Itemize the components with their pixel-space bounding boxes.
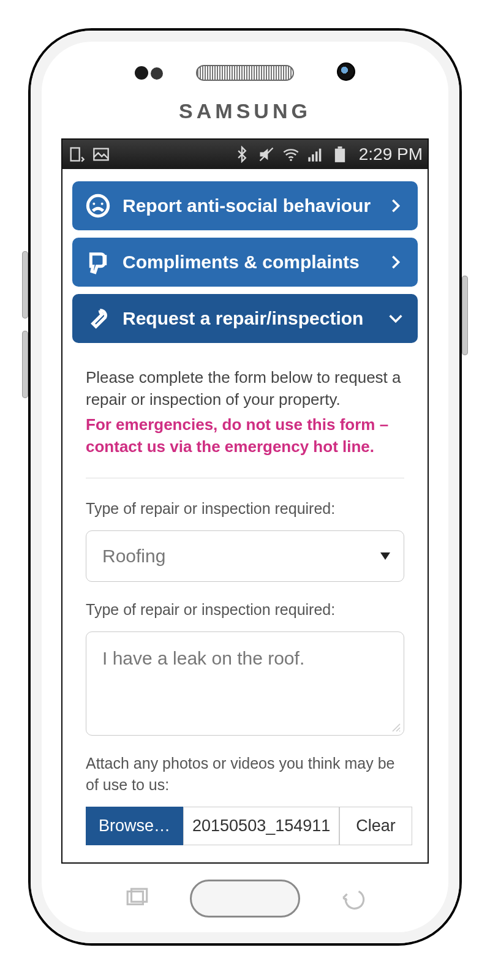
svg-point-12 — [101, 203, 104, 205]
accordion-request-repair[interactable]: Request a repair/inspection — [72, 294, 418, 343]
download-icon — [67, 145, 86, 164]
volume-up-hardware — [22, 251, 28, 318]
svg-point-10 — [88, 195, 108, 216]
repair-form-panel: Please complete the form below to reques… — [70, 350, 420, 845]
frown-icon — [86, 194, 110, 218]
volume-down-hardware — [22, 331, 28, 398]
back-icon — [339, 888, 365, 910]
resize-handle-icon — [391, 723, 401, 733]
wrench-icon — [86, 306, 110, 331]
recent-apps-icon — [125, 888, 151, 910]
bluetooth-icon — [233, 145, 251, 164]
phone-bottom-hardware — [31, 880, 459, 918]
clear-button[interactable]: Clear — [339, 807, 412, 846]
filename-display: 20150503_154911 — [183, 807, 339, 846]
status-time: 2:29 PM — [359, 145, 423, 164]
svg-rect-5 — [312, 154, 314, 162]
accordion-label: Request a repair/inspection — [123, 308, 387, 329]
front-camera — [337, 62, 355, 81]
power-hardware — [462, 276, 468, 355]
svg-rect-6 — [315, 151, 318, 161]
status-bar: 2:29 PM — [62, 140, 428, 169]
accordion-compliments-complaints[interactable]: Compliments & complaints — [72, 238, 418, 287]
chevron-right-icon — [387, 197, 404, 214]
accordion-label: Report anti-social behaviour — [123, 195, 387, 216]
divider — [86, 478, 404, 478]
earpiece-speaker — [196, 65, 294, 81]
screen: 2:29 PM Report anti-social behaviour Com… — [61, 138, 429, 864]
instructions-text: Please complete the form below to reques… — [86, 366, 404, 411]
chevron-down-icon — [387, 310, 404, 327]
description-value: I have a leak on the roof. — [102, 648, 304, 668]
battery-icon — [331, 145, 349, 164]
svg-rect-7 — [319, 149, 322, 162]
brand-logo: SAMSUNG — [31, 99, 459, 123]
svg-rect-8 — [335, 149, 345, 162]
svg-rect-0 — [71, 148, 80, 161]
svg-rect-4 — [308, 157, 311, 162]
svg-point-3 — [290, 159, 292, 162]
signal-icon — [306, 145, 325, 164]
svg-rect-9 — [337, 146, 342, 149]
app-content: Report anti-social behaviour Compliments… — [62, 169, 428, 845]
emergency-warning: For emergencies, do not use this form – … — [86, 413, 404, 458]
home-button-hardware — [190, 880, 300, 918]
proximity-sensors — [135, 66, 163, 82]
attach-label: Attach any photos or videos you think ma… — [86, 753, 404, 796]
repair-type-label: Type of repair or inspection required: — [86, 498, 404, 519]
gallery-icon — [92, 145, 110, 164]
accordion-label: Compliments & complaints — [123, 252, 387, 273]
svg-point-11 — [92, 203, 95, 205]
browse-button[interactable]: Browse… — [86, 807, 183, 846]
chevron-right-icon — [387, 254, 404, 271]
mute-icon — [257, 145, 276, 164]
repair-type-value: Roofing — [102, 546, 165, 566]
phone-frame: SAMSUNG 2:29 PM — [31, 31, 459, 943]
file-attach-row: Browse… 20150503_154911 Clear — [86, 807, 404, 846]
wifi-icon — [282, 145, 300, 164]
thumbs-down-icon — [86, 250, 110, 274]
description-label: Type of repair or inspection required: — [86, 599, 404, 620]
description-textarea[interactable]: I have a leak on the roof. — [86, 631, 404, 736]
accordion-report-antisocial[interactable]: Report anti-social behaviour — [72, 181, 418, 230]
repair-type-select[interactable]: Roofing — [86, 530, 404, 582]
